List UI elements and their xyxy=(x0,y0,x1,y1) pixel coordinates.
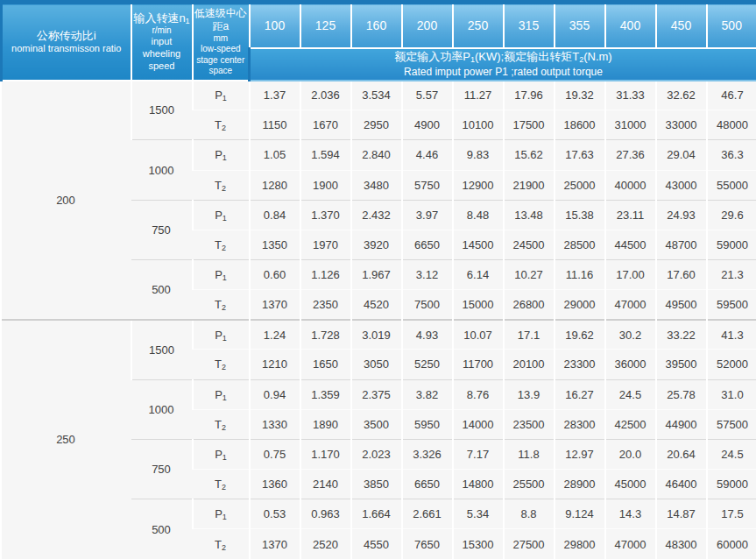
value-cell: 15.38 xyxy=(555,200,605,230)
value-cell: 5250 xyxy=(402,350,453,379)
size-column-header: 125 xyxy=(300,3,351,48)
speed-column-header: 输入转速n1 r/min input wheeling speed xyxy=(131,3,193,81)
value-cell: 1.370 xyxy=(300,200,351,230)
value-cell: 11.27 xyxy=(453,81,504,110)
value-cell: 46400 xyxy=(656,469,707,499)
value-cell: 5750 xyxy=(402,170,453,200)
value-cell: 14800 xyxy=(453,469,504,499)
value-cell: 4.46 xyxy=(402,140,453,170)
value-cell: 17500 xyxy=(504,110,555,140)
value-cell: 1890 xyxy=(300,409,351,439)
value-cell: 59000 xyxy=(707,230,756,259)
value-cell: 28500 xyxy=(555,230,605,259)
value-cell: 3500 xyxy=(351,409,402,439)
value-cell: 59500 xyxy=(707,290,756,320)
value-cell: 6.14 xyxy=(453,259,504,289)
value-cell: 19.32 xyxy=(555,81,605,110)
size-column-header: 100 xyxy=(250,3,300,48)
value-cell: 10100 xyxy=(453,110,504,140)
t2-row-label: T2 xyxy=(193,290,250,320)
ratio-cell: 250 xyxy=(2,320,131,559)
value-cell: 3.019 xyxy=(351,320,402,350)
value-cell: 3.97 xyxy=(402,200,453,230)
value-cell: 29.6 xyxy=(707,200,756,230)
t2-row-label: T2 xyxy=(193,230,250,259)
value-cell: 33.22 xyxy=(656,320,707,350)
p1-row-label: P1 xyxy=(193,81,250,110)
value-cell: 31000 xyxy=(605,110,656,140)
value-cell: 24500 xyxy=(504,230,555,259)
value-cell: 1.24 xyxy=(250,320,300,350)
value-cell: 40000 xyxy=(605,170,656,200)
value-cell: 15300 xyxy=(453,529,504,559)
value-cell: 12900 xyxy=(453,170,504,200)
value-cell: 3920 xyxy=(351,230,402,259)
value-cell: 2.661 xyxy=(402,499,453,529)
center-distance-column-header: 低速级中心距a mm low-speed stage center space xyxy=(193,3,250,81)
value-cell: 3.12 xyxy=(402,259,453,289)
value-cell: 1280 xyxy=(250,170,300,200)
value-cell: 3480 xyxy=(351,170,402,200)
value-cell: 1150 xyxy=(250,110,300,140)
value-cell: 2140 xyxy=(300,469,351,499)
value-cell: 0.94 xyxy=(250,379,300,409)
value-cell: 14.87 xyxy=(656,499,707,529)
strip-header-en: Rated imput power P1 ;rated output torqu… xyxy=(404,66,603,78)
value-cell: 49500 xyxy=(656,290,707,320)
value-cell: 23300 xyxy=(555,350,605,379)
speed-header-unit: r/min xyxy=(132,25,192,36)
value-cell: 1.126 xyxy=(300,259,351,289)
value-cell: 1360 xyxy=(250,469,300,499)
value-cell: 6650 xyxy=(402,230,453,259)
value-cell: 14000 xyxy=(453,409,504,439)
value-cell: 0.53 xyxy=(250,499,300,529)
value-cell: 1.359 xyxy=(300,379,351,409)
value-cell: 27500 xyxy=(504,529,555,559)
value-cell: 25500 xyxy=(504,469,555,499)
speed-cell: 1500 xyxy=(131,81,193,140)
value-cell: 43000 xyxy=(656,170,707,200)
value-cell: 4520 xyxy=(351,290,402,320)
value-cell: 47000 xyxy=(605,290,656,320)
value-cell: 2520 xyxy=(300,529,351,559)
value-cell: 52000 xyxy=(707,350,756,379)
value-cell: 2350 xyxy=(300,290,351,320)
t2-row-label: T2 xyxy=(193,409,250,439)
t2-row-label: T2 xyxy=(193,529,250,559)
speed-header-en: input wheeling speed xyxy=(132,36,192,72)
value-cell: 23500 xyxy=(504,409,555,439)
value-cell: 42500 xyxy=(605,409,656,439)
value-cell: 10.07 xyxy=(453,320,504,350)
value-cell: 24.5 xyxy=(707,439,756,469)
value-cell: 2.375 xyxy=(351,379,402,409)
strip-header-zh: 额定输入功率P1(KW);额定输出转矩T2(N.m) xyxy=(394,50,611,63)
value-cell: 2.432 xyxy=(351,200,402,230)
value-cell: 17.63 xyxy=(555,140,605,170)
value-cell: 1650 xyxy=(300,350,351,379)
value-cell: 24.5 xyxy=(605,379,656,409)
t2-row-label: T2 xyxy=(193,469,250,499)
ratio-header-en: nominal transmisson ratio xyxy=(3,43,131,55)
header-row-sizes: 公称传动比i nominal transmisson ratio 输入转速n1 … xyxy=(2,3,756,48)
value-cell: 48700 xyxy=(656,230,707,259)
value-cell: 17.96 xyxy=(504,81,555,110)
value-cell: 1370 xyxy=(250,529,300,559)
t2-row-label: T2 xyxy=(193,170,250,200)
value-cell: 48300 xyxy=(656,529,707,559)
value-cell: 33000 xyxy=(656,110,707,140)
value-cell: 4550 xyxy=(351,529,402,559)
value-cell: 29800 xyxy=(555,529,605,559)
size-column-header: 450 xyxy=(656,3,707,48)
value-cell: 0.963 xyxy=(300,499,351,529)
value-cell: 48000 xyxy=(707,110,756,140)
value-cell: 5950 xyxy=(402,409,453,439)
value-cell: 8.8 xyxy=(504,499,555,529)
value-cell: 1210 xyxy=(250,350,300,379)
ratio-header-zh: 公称传动比i xyxy=(3,29,131,43)
value-cell: 21900 xyxy=(504,170,555,200)
value-cell: 3050 xyxy=(351,350,402,379)
value-cell: 7.17 xyxy=(453,439,504,469)
value-cell: 44500 xyxy=(605,230,656,259)
value-cell: 1.594 xyxy=(300,140,351,170)
size-column-header: 200 xyxy=(402,3,453,48)
